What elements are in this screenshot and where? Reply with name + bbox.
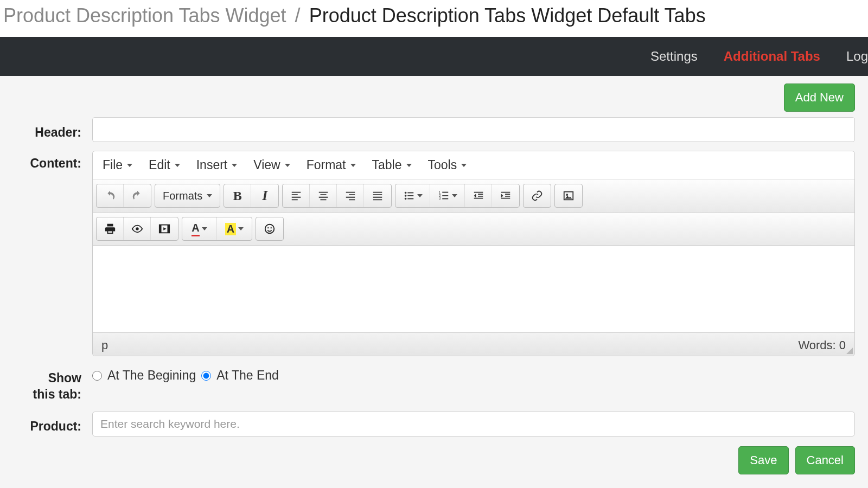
italic-button[interactable]: I — [251, 184, 278, 207]
align-right-icon — [344, 190, 356, 202]
align-center-icon — [317, 190, 329, 202]
svg-point-20 — [271, 227, 272, 228]
editor-path: p — [101, 338, 108, 352]
emoji-icon — [264, 223, 276, 235]
rich-text-editor: File Edit Insert View Format Table Tools… — [92, 151, 855, 356]
nav-additional-tabs[interactable]: Additional Tabs — [711, 49, 833, 64]
add-new-button[interactable]: Add New — [784, 84, 855, 112]
menu-table[interactable]: Table — [372, 158, 412, 172]
resize-grip-icon[interactable] — [845, 346, 853, 354]
svg-point-19 — [267, 227, 269, 228]
align-left-icon — [290, 190, 302, 202]
cancel-button[interactable]: Cancel — [795, 446, 855, 474]
chevron-down-icon — [285, 164, 290, 167]
undo-button[interactable] — [97, 184, 124, 207]
chevron-down-icon — [202, 227, 207, 230]
header-input[interactable] — [92, 117, 855, 142]
header-label: Header: — [0, 120, 92, 140]
svg-point-18 — [265, 224, 275, 234]
svg-rect-3 — [407, 195, 413, 196]
menu-file[interactable]: File — [103, 158, 132, 172]
redo-icon — [131, 190, 143, 202]
svg-rect-16 — [159, 225, 162, 233]
save-button[interactable]: Save — [738, 446, 788, 474]
radio-at-end-label: At The End — [216, 368, 279, 383]
editor-wordcount: Words: 0 — [798, 338, 846, 352]
svg-rect-7 — [442, 192, 448, 193]
product-label: Product: — [0, 414, 92, 434]
editor-toolbar-2: A A — [93, 213, 854, 246]
chevron-down-icon — [232, 164, 237, 167]
svg-point-14 — [136, 227, 139, 230]
menu-edit[interactable]: Edit — [149, 158, 180, 172]
redo-button[interactable] — [124, 184, 151, 207]
breadcrumb-current: Product Description Tabs Widget Default … — [309, 4, 706, 27]
link-button[interactable] — [524, 184, 551, 207]
bullet-list-icon — [403, 190, 415, 202]
chevron-down-icon — [452, 194, 457, 197]
justify-button[interactable] — [364, 184, 391, 207]
formats-dropdown[interactable]: Formats — [155, 184, 220, 207]
align-left-button[interactable] — [283, 184, 310, 207]
editor-content-area[interactable] — [93, 246, 854, 332]
print-icon — [104, 223, 116, 235]
nav-settings[interactable]: Settings — [637, 49, 711, 64]
bg-color-button[interactable]: A — [217, 217, 252, 240]
chevron-down-icon — [461, 164, 467, 167]
svg-rect-11 — [442, 198, 448, 200]
svg-text:3: 3 — [439, 196, 441, 200]
editor-statusbar: p Words: 0 — [93, 332, 854, 356]
print-button[interactable] — [97, 217, 124, 240]
media-button[interactable] — [151, 217, 178, 240]
svg-point-13 — [566, 194, 569, 196]
bullet-list-button[interactable] — [395, 184, 430, 207]
italic-icon: I — [262, 188, 267, 204]
chevron-down-icon — [175, 164, 180, 167]
outdent-button[interactable] — [465, 184, 492, 207]
editor-toolbar-1: Formats B I 123 — [93, 179, 854, 213]
product-search-input[interactable] — [92, 412, 855, 436]
align-center-button[interactable] — [310, 184, 337, 207]
svg-point-4 — [405, 198, 407, 200]
undo-icon — [104, 190, 116, 202]
text-color-icon: A — [192, 222, 199, 236]
menu-format[interactable]: Format — [307, 158, 356, 172]
outdent-icon — [473, 190, 484, 202]
numbered-list-button[interactable]: 123 — [430, 184, 465, 207]
chevron-down-icon — [127, 164, 132, 167]
radio-at-beginning[interactable] — [92, 371, 102, 381]
indent-button[interactable] — [492, 184, 519, 207]
align-justify-icon — [372, 190, 384, 202]
breadcrumb-link[interactable]: Product Description Tabs Widget — [3, 4, 286, 27]
bold-icon: B — [233, 189, 242, 203]
numbered-list-icon: 123 — [438, 190, 450, 202]
svg-rect-9 — [442, 195, 448, 196]
chevron-down-icon — [350, 164, 356, 167]
image-icon — [563, 190, 575, 202]
eye-icon — [131, 223, 144, 235]
svg-rect-1 — [407, 192, 413, 194]
text-color-button[interactable]: A — [182, 217, 217, 240]
image-button[interactable] — [555, 184, 582, 207]
top-navbar: Settings Additional Tabs Log — [0, 37, 868, 76]
menu-view[interactable]: View — [253, 158, 290, 172]
breadcrumb-separator: / — [292, 4, 304, 27]
radio-at-end[interactable] — [201, 371, 211, 381]
emoji-button[interactable] — [256, 217, 283, 240]
svg-rect-17 — [168, 225, 170, 233]
chevron-down-icon — [207, 194, 212, 197]
chevron-down-icon — [406, 164, 412, 167]
svg-rect-5 — [407, 198, 413, 200]
nav-log[interactable]: Log — [833, 49, 868, 64]
bg-color-icon: A — [225, 223, 236, 235]
menu-tools[interactable]: Tools — [428, 158, 467, 172]
content-label: Content: — [0, 151, 92, 171]
radio-at-beginning-label: At The Begining — [107, 368, 196, 383]
preview-button[interactable] — [124, 217, 151, 240]
bold-button[interactable]: B — [224, 184, 251, 207]
menu-insert[interactable]: Insert — [196, 158, 238, 172]
link-icon — [531, 190, 543, 202]
align-right-button[interactable] — [337, 184, 364, 207]
indent-icon — [500, 190, 512, 202]
breadcrumb: Product Description Tabs Widget / Produc… — [0, 0, 868, 37]
